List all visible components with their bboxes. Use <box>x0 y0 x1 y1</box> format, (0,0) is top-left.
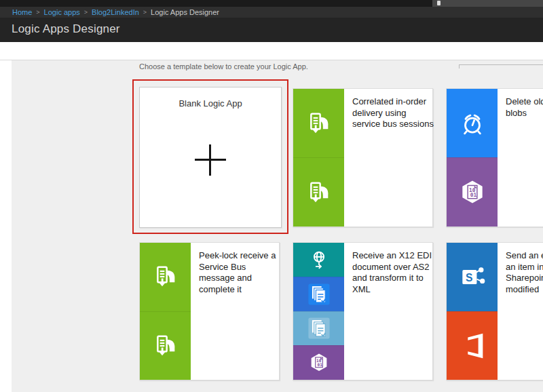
breadcrumb-logic-apps[interactable]: Logic apps <box>44 8 80 16</box>
page-title: Logic Apps Designer <box>0 18 543 36</box>
tile-title-line: an item in a <box>506 262 543 273</box>
template-instruction: Choose a template below to create your L… <box>139 62 308 71</box>
tile-title-line: and transform it to <box>352 273 430 284</box>
breadcrumb: Home > Logic apps > Blog2LinkedIn > Logi… <box>0 7 543 18</box>
edi-documents-icon <box>293 277 344 311</box>
plus-icon <box>140 87 281 227</box>
tile-title-line: Send an em <box>506 250 543 262</box>
tile-title: Peek-lock receive a Service Bus message … <box>199 250 276 295</box>
as2-globe-icon <box>293 243 344 277</box>
page-header: Logic Apps Designer <box>0 18 543 42</box>
logic-apps-designer-screen: Home > Logic apps > Blog2LinkedIn > Logi… <box>0 0 543 392</box>
tile-title-line: Sharepoint <box>506 273 543 284</box>
hex-doc-text-bottom: 01 <box>317 362 322 367</box>
tile-title: Receive an X12 EDI document over AS2 and… <box>352 250 430 295</box>
breadcrumb-blog2linkedin[interactable]: Blog2LinkedIn <box>92 8 139 16</box>
chevron-separator-icon: > <box>143 9 147 16</box>
tile-icon-column: 10 01 <box>447 89 498 227</box>
tile-title-line: Receive an X12 EDI <box>352 250 430 262</box>
office-icon <box>447 311 498 380</box>
service-bus-icon <box>140 311 191 380</box>
recurrence-clock-icon <box>447 89 498 157</box>
template-tile-correlated-in-order-delivery[interactable]: Correlated in-order delivery using servi… <box>293 88 433 227</box>
chevron-separator-icon: > <box>84 9 88 16</box>
tile-title: Send an em an item in a Sharepoint modif… <box>506 250 543 295</box>
tile-title-line: Delete old <box>506 96 543 108</box>
breadcrumb-current: Logic Apps Designer <box>151 8 219 16</box>
sharepoint-letter: S <box>465 272 472 283</box>
tile-title-line: modified <box>506 284 543 296</box>
category-dropdown-partial[interactable] <box>459 64 543 68</box>
sharepoint-icon: S <box>447 243 498 311</box>
service-bus-icon <box>293 157 344 227</box>
integration-hexagon-icon: 10 01 <box>293 345 344 380</box>
template-tile-peek-lock-receive[interactable]: Peek-lock receive a Service Bus message … <box>139 242 280 380</box>
template-tile-receive-x12-edi[interactable]: 10 01 Receive an X12 EDI document over A… <box>293 242 433 380</box>
tile-title-line: Peek-lock receive a <box>199 250 276 262</box>
tile-title-line: blobs <box>506 108 543 119</box>
tile-title-line: delivery using <box>352 108 430 119</box>
tile-title-line: message and <box>199 273 276 284</box>
tile-icon-column <box>293 89 344 227</box>
tile-title-line: document over AS2 <box>352 262 430 273</box>
template-tile-blank-logic-app[interactable]: Blank Logic App <box>139 87 282 228</box>
integration-hexagon-icon: 10 01 <box>447 157 498 227</box>
service-bus-icon <box>293 89 344 157</box>
tile-icon-column: S <box>447 243 498 380</box>
hex-doc-text-bottom: 01 <box>470 192 476 198</box>
tile-title: Delete old blobs <box>506 96 543 119</box>
chevron-separator-icon: > <box>36 9 39 16</box>
tile-icon-column <box>140 243 191 380</box>
edi-documents-icon <box>293 311 344 346</box>
tile-title: Correlated in-order delivery using servi… <box>352 96 430 130</box>
topbar-right-segment <box>432 0 543 7</box>
service-bus-icon <box>140 243 191 311</box>
tile-icon-column: 10 01 <box>293 243 344 380</box>
template-tile-delete-old-blobs[interactable]: 10 01 Delete old blobs <box>446 88 543 227</box>
tile-title-line: service bus sessions <box>352 119 430 130</box>
tile-title-line: Correlated in-order <box>352 96 430 108</box>
window-icon <box>437 1 441 5</box>
breadcrumb-home[interactable]: Home <box>12 8 32 16</box>
tile-title-line: XML <box>352 284 430 296</box>
template-tile-send-email-sharepoint[interactable]: S Send an em an item in a Sharepoint mod… <box>446 242 543 380</box>
browser-topbar <box>0 0 543 7</box>
tile-title-line: Service Bus <box>199 262 276 273</box>
tile-title-line: complete it <box>199 284 276 296</box>
